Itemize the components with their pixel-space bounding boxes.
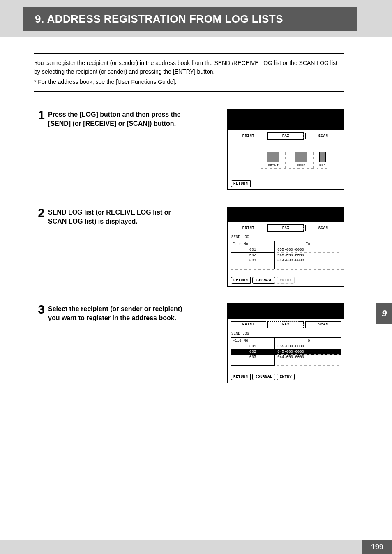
cell-to: 044·000·0000 [275, 355, 341, 360]
return-button[interactable]: RETURN [231, 374, 251, 380]
tab3-print[interactable]: PRINT [231, 321, 266, 328]
screen-3-table: File No. To 001 055·000·0000 002 045·000… [231, 337, 341, 366]
step-3-textcol: 3 Select the recipient (or sender or rec… [34, 303, 186, 323]
table-row[interactable]: 001 055·000·0000 [231, 344, 341, 349]
screen-1-col: PRINT FAX SCAN PRINT SEND REC [227, 109, 344, 190]
tab-print[interactable]: PRINT [231, 133, 266, 139]
chapter-tab: 9 [376, 303, 392, 324]
journal-button[interactable]: JOURNAL [252, 374, 275, 380]
table-header-row: File No. To [231, 338, 341, 344]
tab2-print[interactable]: PRINT [231, 225, 266, 231]
step-2-textcol: 2 SEND LOG list (or RECEIVE LOG list or … [34, 207, 186, 226]
tab3-fax[interactable]: FAX [268, 321, 304, 328]
page-number: 199 [371, 543, 383, 552]
page-title: 9. ADDRESS REGISTRATION FROM LOG LISTS [35, 13, 283, 25]
entry-button-disabled: ENTRY [277, 277, 295, 284]
cell-to: 044·000·0000 [275, 258, 341, 263]
table-header-row: File No. To [231, 241, 341, 247]
step-3-number: 3 [34, 303, 45, 316]
header-inner: 9. ADDRESS REGISTRATION FROM LOG LISTS [23, 7, 357, 31]
screen-1-tabs: PRINT FAX SCAN [228, 130, 344, 141]
icon-rec-block[interactable]: REC [317, 150, 328, 169]
tab2-fax[interactable]: FAX [268, 225, 304, 231]
tab-scan[interactable]: SCAN [305, 133, 341, 139]
icon-print-block[interactable]: PRINT [261, 150, 286, 169]
cell-to: 055·000·0000 [275, 344, 341, 349]
screen-2-tabs: PRINT FAX SCAN [228, 222, 344, 233]
icon-rec-label: REC [317, 164, 328, 167]
cell-fileno: 003 [231, 258, 275, 263]
screen-3: PRINT FAX SCAN SEND LOG File No. To 001 … [227, 303, 344, 383]
page-number-box: 199 [362, 540, 392, 554]
screen-2-table: File No. To 001 055·000·0000 002 045·000… [231, 241, 341, 269]
footer-bar: 199 [0, 540, 392, 554]
screen-3-logtitle: SEND LOG [228, 330, 344, 337]
intro-paragraph: You can register the recipient (or sende… [34, 59, 344, 76]
step-2-number: 2 [34, 207, 45, 219]
header-bar: 9. ADDRESS REGISTRATION FROM LOG LISTS [0, 0, 392, 37]
screen-2-col: PRINT FAX SCAN SEND LOG File No. To 001 … [227, 207, 344, 287]
col-to: To [275, 338, 341, 344]
cell-fileno: 003 [231, 355, 275, 360]
cell-fileno: 002 [231, 349, 275, 355]
table-row[interactable]: 003 044·000·0000 [231, 355, 341, 360]
content-area: You can register the recipient (or sende… [34, 53, 344, 383]
step-2-row: 2 SEND LOG list (or RECEIVE LOG list or … [34, 207, 344, 287]
table-row-selected[interactable]: 002 045·000·0000 [231, 349, 341, 355]
screen-3-col: PRINT FAX SCAN SEND LOG File No. To 001 … [227, 303, 344, 383]
screen-1-topbar [228, 110, 344, 130]
tab2-scan[interactable]: SCAN [305, 225, 341, 231]
table-row[interactable]: 001 055·000·0000 [231, 247, 341, 253]
col-to: To [275, 241, 341, 247]
step-1-row: 1 Press the [LOG] button and then press … [34, 109, 344, 190]
cell-fileno: 001 [231, 247, 275, 253]
cell-to: 055·000·0000 [275, 247, 341, 253]
screen-2-topbar [228, 208, 344, 222]
table-row[interactable]: 002 045·000·0000 [231, 253, 341, 258]
journal-button[interactable]: JOURNAL [252, 277, 275, 284]
rule-top [34, 53, 344, 54]
screen-1: PRINT FAX SCAN PRINT SEND REC [227, 109, 344, 190]
screen-1-btnrow: RETURN [228, 173, 344, 189]
cell-to: 045·000·0000 [275, 349, 341, 355]
icon-send-block[interactable]: SEND [289, 150, 314, 169]
col-fileno: File No. [231, 338, 275, 344]
cell-fileno: 001 [231, 344, 275, 349]
printer-icon [267, 152, 279, 162]
screen-2-logtitle: SEND LOG [228, 233, 344, 240]
tab-fax[interactable]: FAX [268, 133, 304, 139]
screen-3-btnrow: RETURN JOURNAL ENTRY [228, 366, 344, 383]
step-2-desc: SEND LOG list (or RECEIVE LOG list or SC… [48, 207, 186, 226]
footnote: * For the address book, see the [User Fu… [34, 78, 344, 86]
return-button[interactable]: RETURN [231, 277, 251, 284]
step-1-desc: Press the [LOG] button and then press th… [48, 109, 186, 129]
screen-2-btnrow: RETURN JOURNAL ENTRY [228, 269, 344, 286]
rule-bottom [34, 91, 344, 92]
screen-2: PRINT FAX SCAN SEND LOG File No. To 001 … [227, 207, 344, 287]
step-1-number: 1 [34, 109, 45, 121]
icon-print-label: PRINT [261, 164, 285, 167]
screen-1-iconrow: PRINT SEND REC [228, 141, 344, 173]
col-fileno: File No. [231, 241, 275, 247]
screen-3-topbar [228, 304, 344, 319]
table-row[interactable]: 003 044·000·0000 [231, 258, 341, 263]
send-icon [295, 152, 307, 162]
icon-send-label: SEND [289, 164, 313, 167]
cell-fileno: 002 [231, 253, 275, 258]
table-row-empty [231, 263, 341, 269]
step-3-desc: Select the recipient (or sender or recip… [48, 303, 186, 323]
cell-to: 045·000·0000 [275, 253, 341, 258]
tab3-scan[interactable]: SCAN [305, 321, 341, 328]
return-button[interactable]: RETURN [231, 180, 251, 187]
receive-icon [319, 152, 326, 162]
screen-3-tabs: PRINT FAX SCAN [228, 319, 344, 330]
step-3-row: 3 Select the recipient (or sender or rec… [34, 303, 344, 383]
entry-button[interactable]: ENTRY [277, 374, 295, 380]
step-1-textcol: 1 Press the [LOG] button and then press … [34, 109, 186, 129]
table-row-empty [231, 360, 341, 366]
chapter-tab-number: 9 [382, 308, 387, 319]
